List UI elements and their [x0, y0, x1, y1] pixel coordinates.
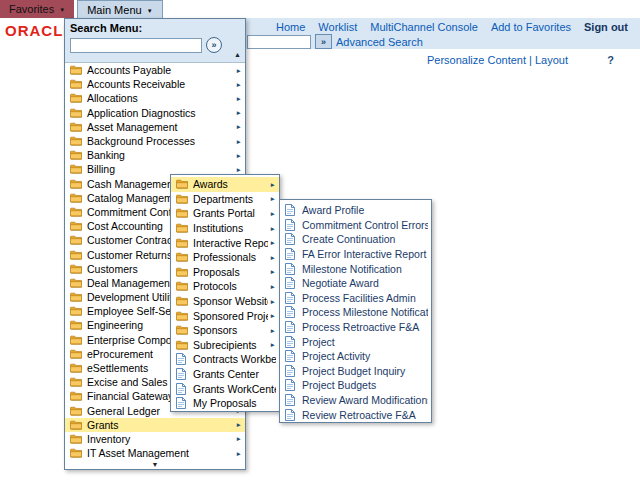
- favorites-menu-button[interactable]: Favorites ▼: [0, 0, 74, 18]
- menu-item-fa-error-interactive-report[interactable]: FA Error Interactive Report: [280, 247, 431, 262]
- doc-icon: [285, 336, 298, 348]
- menu-item-accounts-receivable[interactable]: Accounts Receivable►: [65, 77, 245, 91]
- sign-out-link[interactable]: Sign out: [584, 21, 628, 33]
- menu-item-professionals[interactable]: Professionals►: [171, 250, 279, 265]
- folder-icon: [176, 208, 189, 218]
- folder-icon: [70, 108, 83, 118]
- menu-item-contracts-workbench[interactable]: Contracts Workbench: [171, 352, 279, 367]
- doc-icon: [176, 353, 189, 365]
- menu-item-inventory[interactable]: Inventory►: [65, 432, 245, 446]
- menu-item-label: Milestone Notification: [302, 263, 428, 275]
- folder-icon: [70, 264, 83, 274]
- folder-icon: [70, 448, 83, 458]
- menu-item-label: Institutions: [193, 222, 268, 234]
- doc-icon: [285, 219, 298, 231]
- menu-item-departments[interactable]: Departments►: [171, 192, 279, 207]
- awards-submenu-items: Award ProfileCommitment Control ErrorsCr…: [280, 200, 431, 422]
- menu-item-it-asset-management[interactable]: IT Asset Management►: [65, 446, 245, 460]
- menu-item-accounts-payable[interactable]: Accounts Payable►: [65, 63, 245, 77]
- advanced-search-link[interactable]: Advanced Search: [336, 36, 423, 48]
- doc-icon: [285, 394, 298, 406]
- submenu-arrow-icon: ►: [270, 239, 276, 246]
- menu-item-label: Project: [302, 336, 428, 348]
- menu-item-subrecipients[interactable]: Subrecipients►: [171, 338, 279, 353]
- menu-item-project[interactable]: Project: [280, 334, 431, 349]
- grants-submenu-items: Awards►Departments►Grants Portal►Institu…: [171, 175, 279, 411]
- menu-item-banking[interactable]: Banking►: [65, 148, 245, 162]
- menu-item-label: Sponsors: [193, 324, 268, 336]
- header-search-input[interactable]: [247, 35, 311, 49]
- doc-icon: [285, 379, 298, 391]
- menu-item-sponsors[interactable]: Sponsors►: [171, 323, 279, 338]
- nav-link-worklist[interactable]: Worklist: [318, 21, 357, 33]
- menu-item-asset-management[interactable]: Asset Management►: [65, 120, 245, 134]
- menu-item-commitment-control-errors[interactable]: Commitment Control Errors: [280, 218, 431, 233]
- submenu-arrow-icon: ►: [270, 327, 276, 334]
- menu-item-process-milestone-notification[interactable]: Process Milestone Notification: [280, 305, 431, 320]
- doc-icon: [176, 397, 189, 409]
- menu-search-input[interactable]: [70, 38, 202, 53]
- menu-item-grants[interactable]: Grants►: [65, 418, 245, 432]
- scroll-up-icon[interactable]: ▲: [234, 51, 241, 58]
- menu-search-go-icon[interactable]: »: [206, 37, 222, 53]
- personalize-links[interactable]: Personalize Content | Layout: [427, 54, 568, 66]
- main-menu-button[interactable]: Main Menu ▼: [77, 0, 162, 18]
- submenu-arrow-icon: ►: [270, 181, 276, 188]
- doc-icon: [285, 321, 298, 333]
- menu-item-label: Commitment Control Errors: [302, 219, 428, 231]
- menu-item-application-diagnostics[interactable]: Application Diagnostics►: [65, 106, 245, 120]
- doc-icon: [176, 368, 189, 380]
- scroll-down-icon[interactable]: ▼: [65, 460, 245, 470]
- folder-icon: [176, 252, 189, 262]
- menu-item-project-budgets[interactable]: Project Budgets: [280, 378, 431, 393]
- submenu-arrow-icon: ►: [236, 138, 242, 145]
- folder-icon: [70, 250, 83, 260]
- menu-item-project-activity[interactable]: Project Activity: [280, 349, 431, 364]
- doc-icon: [285, 365, 298, 377]
- menu-item-create-continuation[interactable]: Create Continuation: [280, 232, 431, 247]
- menu-item-negotiate-award[interactable]: Negotiate Award: [280, 276, 431, 291]
- menu-item-protocols[interactable]: Protocols►: [171, 279, 279, 294]
- menu-item-awards[interactable]: Awards►: [171, 177, 279, 192]
- nav-link-multichannel-console[interactable]: MultiChannel Console: [370, 21, 478, 33]
- menu-item-my-proposals[interactable]: My Proposals: [171, 396, 279, 411]
- folder-icon: [70, 391, 83, 401]
- menu-item-label: Create Continuation: [302, 233, 428, 245]
- menu-item-background-processes[interactable]: Background Processes►: [65, 134, 245, 148]
- menu-item-institutions[interactable]: Institutions►: [171, 221, 279, 236]
- submenu-arrow-icon: ►: [270, 195, 276, 202]
- submenu-arrow-icon: ►: [270, 312, 276, 319]
- folder-icon: [176, 194, 189, 204]
- favorites-label: Favorites: [9, 3, 54, 15]
- menu-item-grants-workcenter[interactable]: Grants WorkCenter: [171, 381, 279, 396]
- menu-item-grants-center[interactable]: Grants Center: [171, 367, 279, 382]
- menu-item-sponsor-websites[interactable]: Sponsor Websites►: [171, 294, 279, 309]
- menu-item-interactive-reports[interactable]: Interactive Reports►: [171, 235, 279, 250]
- menu-item-sponsored-projects-offi[interactable]: Sponsored Projects Offi►: [171, 308, 279, 323]
- menu-item-review-award-modifications[interactable]: Review Award Modifications: [280, 393, 431, 408]
- menu-item-award-profile[interactable]: Award Profile: [280, 203, 431, 218]
- menu-item-process-retroactive-f-a[interactable]: Process Retroactive F&A: [280, 320, 431, 335]
- folder-icon: [70, 193, 83, 203]
- menu-item-project-budget-inquiry[interactable]: Project Budget Inquiry: [280, 364, 431, 379]
- menu-item-proposals[interactable]: Proposals►: [171, 265, 279, 280]
- menu-item-label: FA Error Interactive Report: [302, 248, 428, 260]
- menu-item-process-facilities-admin[interactable]: Process Facilities Admin: [280, 291, 431, 306]
- top-menu-bar: Favorites ▼ Main Menu ▼: [0, 0, 640, 18]
- folder-icon: [176, 340, 189, 350]
- menu-item-review-retroactive-f-a[interactable]: Review Retroactive F&A: [280, 407, 431, 422]
- menu-item-label: IT Asset Management: [87, 447, 234, 459]
- menu-item-milestone-notification[interactable]: Milestone Notification: [280, 261, 431, 276]
- menu-item-grants-portal[interactable]: Grants Portal►: [171, 206, 279, 221]
- folder-icon: [70, 420, 83, 430]
- submenu-arrow-icon: ►: [270, 298, 276, 305]
- header-search-button[interactable]: »: [315, 34, 332, 49]
- folder-icon: [70, 377, 83, 387]
- nav-link-add-to-favorites[interactable]: Add to Favorites: [491, 21, 571, 33]
- submenu-arrow-icon: ►: [236, 450, 242, 457]
- nav-link-home[interactable]: Home: [276, 21, 305, 33]
- awards-submenu-panel: Award ProfileCommitment Control ErrorsCr…: [279, 199, 432, 423]
- menu-item-label: Banking: [87, 149, 234, 161]
- menu-item-allocations[interactable]: Allocations►: [65, 91, 245, 105]
- help-icon[interactable]: ?: [607, 54, 614, 66]
